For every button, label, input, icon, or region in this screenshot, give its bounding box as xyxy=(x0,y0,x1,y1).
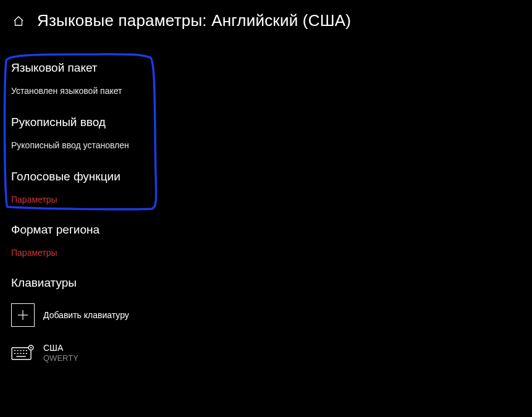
heading-region-format: Формат региона xyxy=(11,223,532,237)
status-language-pack: Установлен языковой пакет xyxy=(11,86,532,96)
page-title: Языковые параметры: Английский (США) xyxy=(37,11,351,30)
heading-handwriting: Рукописный ввод xyxy=(11,116,532,129)
keyboard-name: США xyxy=(43,343,78,353)
keyboard-item[interactable]: США QWERTY xyxy=(11,343,532,363)
heading-keyboards: Клавиатуры xyxy=(11,276,532,290)
status-handwriting: Рукописный ввод установлен xyxy=(11,140,532,150)
svg-point-15 xyxy=(30,347,32,348)
home-icon[interactable] xyxy=(12,15,25,27)
add-keyboard-button[interactable]: Добавить клавиатуру xyxy=(11,303,532,327)
keyboard-icon xyxy=(11,343,35,362)
link-speech-options[interactable]: Параметры xyxy=(11,195,532,204)
add-keyboard-label: Добавить клавиатуру xyxy=(43,310,129,320)
keyboard-layout: QWERTY xyxy=(43,353,78,363)
heading-speech: Голосовые функции xyxy=(11,170,532,183)
link-region-options[interactable]: Параметры xyxy=(11,248,532,258)
heading-language-pack: Языковой пакет xyxy=(11,61,532,75)
plus-icon xyxy=(11,303,35,327)
